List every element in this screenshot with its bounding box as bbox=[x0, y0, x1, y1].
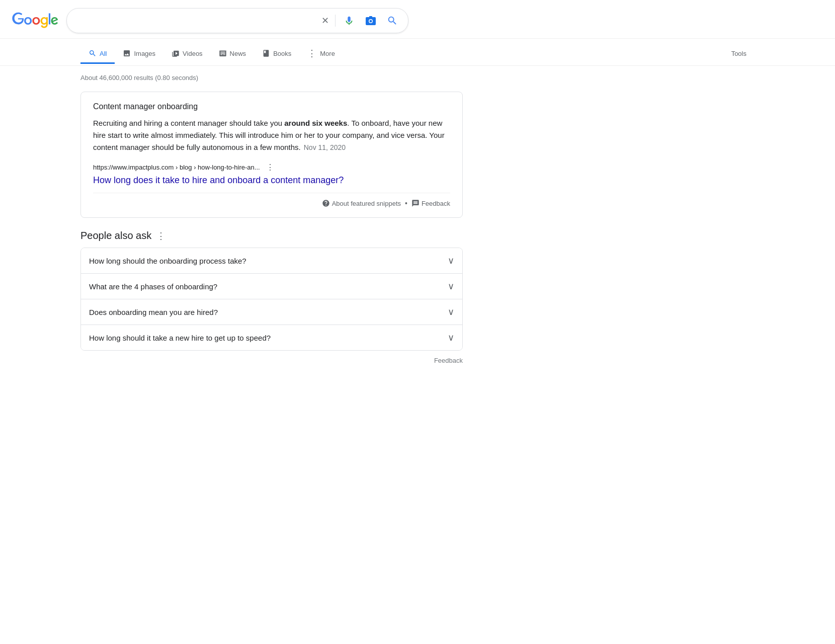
snippet-date: Nov 11, 2020 bbox=[304, 143, 346, 151]
paa-list: How long should the onboarding process t… bbox=[80, 248, 463, 351]
google-logo[interactable] bbox=[12, 11, 58, 30]
tab-images-label: Images bbox=[134, 50, 155, 57]
paa-title: People also ask bbox=[80, 230, 151, 242]
news-icon bbox=[219, 49, 227, 57]
image-search-button[interactable] bbox=[363, 13, 379, 29]
snippet-text: Recruiting and hiring a content manager … bbox=[93, 117, 450, 153]
snippet-text-before: Recruiting and hiring a content manager … bbox=[93, 119, 284, 127]
chevron-down-icon-1: ∨ bbox=[448, 281, 454, 292]
books-icon bbox=[262, 49, 270, 57]
paa-item-3[interactable]: How long should it take a new hire to ge… bbox=[81, 325, 462, 350]
paa-header: People also ask ⋮ bbox=[80, 230, 463, 242]
search-icon-tab bbox=[89, 49, 97, 57]
paa-item-2[interactable]: Does onboarding mean you are hired? ∨ bbox=[81, 299, 462, 325]
paa-question-2: Does onboarding mean you are hired? bbox=[89, 308, 218, 316]
tab-news[interactable]: News bbox=[211, 44, 255, 64]
snippet-url: https://www.impactplus.com › blog › how-… bbox=[93, 164, 260, 171]
feedback-label: Feedback bbox=[422, 200, 450, 207]
search-divider bbox=[335, 15, 336, 27]
chevron-down-icon-2: ∨ bbox=[448, 306, 454, 317]
camera-icon bbox=[365, 15, 377, 27]
snippet-footer: About featured snippets • Feedback bbox=[93, 193, 450, 207]
about-snippets-label: About featured snippets bbox=[332, 200, 401, 207]
separator: • bbox=[405, 199, 407, 207]
featured-snippet: Content manager onboarding Recruiting an… bbox=[80, 92, 463, 218]
mic-icon bbox=[344, 15, 355, 26]
tab-books[interactable]: Books bbox=[254, 44, 299, 64]
about-featured-snippets-link[interactable]: About featured snippets bbox=[322, 199, 401, 207]
header: onboarding content manager how long does… bbox=[0, 0, 835, 39]
tab-all-label: All bbox=[100, 50, 107, 57]
snippet-feedback-link[interactable]: Feedback bbox=[411, 199, 450, 207]
more-dots-icon: ⋮ bbox=[307, 48, 317, 59]
people-also-ask-section: People also ask ⋮ How long should the on… bbox=[80, 230, 463, 351]
videos-icon bbox=[172, 49, 180, 57]
paa-item-0[interactable]: How long should the onboarding process t… bbox=[81, 248, 462, 274]
feedback-icon bbox=[411, 199, 420, 207]
result-stats: About 46,600,000 results (0.80 seconds) bbox=[80, 74, 523, 82]
snippet-title: Content manager onboarding bbox=[93, 102, 450, 111]
main-content: About 46,600,000 results (0.80 seconds) … bbox=[0, 66, 604, 378]
snippet-result-link[interactable]: How long does it take to hire and onboar… bbox=[93, 175, 450, 186]
nav-tabs: All Images Videos News Books ⋮ More Tool… bbox=[0, 39, 835, 66]
snippet-bold-text: around six weeks bbox=[284, 119, 347, 127]
snippet-source: https://www.impactplus.com › blog › how-… bbox=[93, 162, 450, 173]
paa-question-3: How long should it take a new hire to ge… bbox=[89, 334, 271, 342]
tab-all[interactable]: All bbox=[80, 44, 115, 64]
voice-search-button[interactable] bbox=[342, 13, 357, 28]
clear-icon[interactable]: ✕ bbox=[321, 15, 329, 26]
tab-more-label: More bbox=[320, 50, 335, 57]
tab-news-label: News bbox=[230, 50, 246, 57]
tab-books-label: Books bbox=[273, 50, 291, 57]
tab-images[interactable]: Images bbox=[115, 44, 163, 64]
tab-videos[interactable]: Videos bbox=[163, 44, 211, 64]
tab-more[interactable]: ⋮ More bbox=[299, 43, 343, 65]
help-circle-icon bbox=[322, 199, 330, 207]
svg-rect-4 bbox=[369, 16, 372, 18]
search-button[interactable] bbox=[385, 13, 400, 28]
paa-question-1: What are the 4 phases of onboarding? bbox=[89, 282, 217, 291]
search-bar[interactable]: onboarding content manager how long does… bbox=[66, 8, 408, 33]
search-icon bbox=[387, 15, 398, 26]
svg-point-3 bbox=[370, 20, 372, 23]
paa-more-button[interactable]: ⋮ bbox=[156, 230, 165, 242]
paa-item-1[interactable]: What are the 4 phases of onboarding? ∨ bbox=[81, 274, 462, 299]
tools-button[interactable]: Tools bbox=[723, 45, 755, 64]
chevron-down-icon-0: ∨ bbox=[448, 255, 454, 266]
search-input[interactable]: onboarding content manager how long does… bbox=[75, 16, 317, 25]
chevron-down-icon-3: ∨ bbox=[448, 332, 454, 343]
bottom-feedback[interactable]: Feedback bbox=[80, 351, 463, 370]
snippet-more-button[interactable]: ⋮ bbox=[264, 162, 276, 173]
paa-question-0: How long should the onboarding process t… bbox=[89, 257, 246, 265]
tab-videos-label: Videos bbox=[183, 50, 203, 57]
images-icon bbox=[123, 49, 131, 57]
